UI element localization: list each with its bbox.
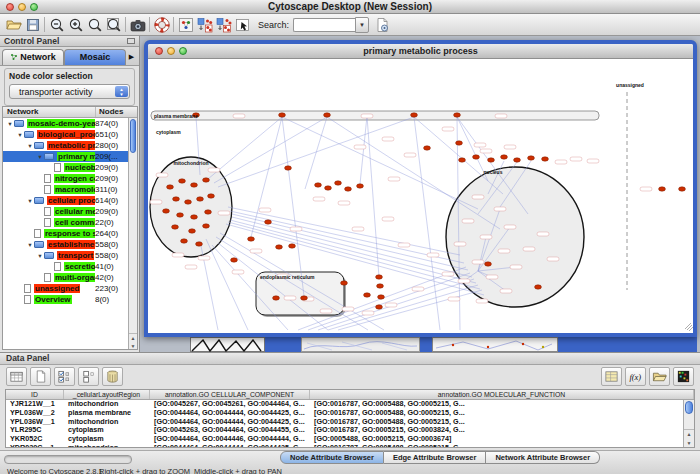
tab-edge-attribute-browser[interactable]: Edge Attribute Browser <box>384 451 486 464</box>
network-node[interactable] <box>325 186 332 190</box>
table-cell[interactable]: [GO:0044464, GO:0044444, GO:0044425, G..… <box>150 418 310 427</box>
table-cell[interactable]: [GO:0044464, GO:0044444, GO:0044425, G..… <box>150 444 310 447</box>
network-node[interactable] <box>335 181 342 185</box>
network-node[interactable] <box>289 244 296 248</box>
network-node[interactable] <box>424 146 431 150</box>
tree-row[interactable]: ▼metabolic process280(0) <box>3 140 128 151</box>
apply-layout-1-button[interactable] <box>195 15 214 34</box>
network-node[interactable] <box>459 158 466 162</box>
table-scrollbar[interactable]: ▲▼ <box>683 400 694 447</box>
zoom-selected-region-button[interactable] <box>85 15 104 34</box>
expand-arrow-icon[interactable]: ▼ <box>16 132 24 138</box>
expand-arrow-icon[interactable]: ▼ <box>6 121 14 127</box>
network-node[interactable] <box>411 113 418 117</box>
tree-row[interactable]: cell communicat22(0) <box>3 217 128 228</box>
expand-arrow-icon[interactable]: ▼ <box>26 143 34 149</box>
network-overview-button[interactable] <box>176 15 195 34</box>
table-cell[interactable]: [GO:0044464, GO:0044444, GO:0044425, G..… <box>150 409 310 418</box>
network-node[interactable] <box>542 157 549 161</box>
node-color-dropdown[interactable]: transporter activity ▲▼ <box>9 84 130 99</box>
network-node[interactable] <box>456 141 463 145</box>
network-node[interactable] <box>376 305 383 309</box>
expand-arrow-icon[interactable]: ▼ <box>26 198 34 204</box>
tree-row[interactable]: multi-organism pro42(0) <box>3 272 128 283</box>
network-node[interactable] <box>514 158 521 162</box>
table-cell[interactable]: YDR039C__1 <box>6 444 64 447</box>
region-mitochondrion[interactable] <box>150 157 232 257</box>
table-row[interactable]: YKR052Ccytoplasm[GO:0044464, GO:0044446,… <box>6 435 683 444</box>
network-node[interactable] <box>189 229 196 233</box>
column-visibility-button[interactable] <box>6 367 27 386</box>
network-node[interactable] <box>172 225 179 229</box>
zoom-in-button[interactable] <box>66 15 85 34</box>
search-dropdown-button[interactable]: ▼ <box>355 17 369 33</box>
network-window-titlebar[interactable]: primary metabolic process <box>148 44 693 59</box>
minimize-button[interactable] <box>18 3 26 11</box>
select-attributes-button[interactable] <box>54 367 75 386</box>
table-cell[interactable]: [GO:0016787, GO:0005215, GO:0003824, G..… <box>310 426 683 435</box>
table-scrollbar-thumb[interactable] <box>685 401 693 414</box>
network-node[interactable] <box>324 113 331 117</box>
table-cell[interactable]: [GO:0045267, GO:0045261, GO:0044464, G..… <box>150 400 310 409</box>
tree-row[interactable]: ▼biological_process651(0) <box>3 129 128 140</box>
background-window[interactable] <box>265 337 301 352</box>
region-nucleus[interactable] <box>446 167 584 307</box>
close-button[interactable] <box>6 3 14 11</box>
tree-row[interactable]: unassigned223(0) <box>3 283 128 294</box>
tree-row[interactable]: ▼primary metabolic209(... <box>3 151 128 162</box>
network-node[interactable] <box>285 166 292 170</box>
network-node[interactable] <box>191 215 198 219</box>
tree-row[interactable]: cellular metabol209(0) <box>3 206 128 217</box>
table-cell[interactable]: mitochondrion <box>64 444 150 447</box>
import-attributes-button[interactable] <box>649 367 670 386</box>
tree-column-nodes[interactable]: Nodes <box>96 107 137 117</box>
network-node[interactable] <box>177 213 184 217</box>
tree-scrollbar-arrows[interactable]: ▲▼ <box>129 333 137 349</box>
network-node[interactable] <box>535 285 542 289</box>
network-node[interactable] <box>185 200 192 204</box>
background-window[interactable] <box>558 337 697 352</box>
table-cell[interactable]: YJR121W__1 <box>6 400 64 409</box>
tab-node-attribute-browser[interactable]: Node Attribute Browser <box>280 451 384 464</box>
network-node[interactable] <box>357 184 364 188</box>
apply-layout-2-button[interactable] <box>214 15 233 34</box>
close-button[interactable] <box>155 47 163 55</box>
table-cell[interactable]: [GO:0044464, GO:0044446, GO:0044444, G..… <box>150 435 310 444</box>
take-snapshot-button[interactable] <box>128 15 147 34</box>
table-column-header[interactable]: ID <box>6 390 64 399</box>
zoom-fit-content-button[interactable] <box>104 15 123 34</box>
tab-network[interactable]: Network <box>2 49 64 65</box>
tree-row[interactable]: response to stimulu264(0) <box>3 228 128 239</box>
network-node[interactable] <box>528 156 535 160</box>
tree-row[interactable]: ▼cellular process614(0) <box>3 195 128 206</box>
table-column-header[interactable]: _cellularLayoutRegion <box>64 390 150 399</box>
network-node[interactable] <box>279 113 286 117</box>
open-session-button[interactable] <box>4 15 23 34</box>
background-window[interactable] <box>190 337 265 352</box>
table-cell[interactable]: [GO:0005488, GO:0005215, GO:0003674] <box>310 435 683 444</box>
network-node[interactable] <box>315 183 322 187</box>
network-node[interactable] <box>376 275 383 279</box>
network-node[interactable] <box>203 178 210 182</box>
tab-overflow-arrow[interactable]: ▶ <box>126 49 137 65</box>
network-view-window[interactable]: primary metabolic process plasma membran… <box>144 40 697 337</box>
tree-row[interactable]: Overview8(0) <box>3 294 128 305</box>
network-node[interactable] <box>276 245 283 249</box>
create-attribute-button[interactable] <box>30 367 51 386</box>
table-cell[interactable]: YPL036W__1 <box>6 418 64 427</box>
network-node[interactable] <box>378 295 385 299</box>
table-row[interactable]: YLR295Ccytoplasm[GO:0045263, GO:0044464,… <box>6 426 683 435</box>
zoom-button[interactable] <box>30 3 38 11</box>
tree-row[interactable]: ▼transport558(0) <box>3 250 128 261</box>
network-node[interactable] <box>197 197 204 201</box>
network-node[interactable] <box>485 262 492 266</box>
network-node[interactable] <box>454 113 461 117</box>
search-input[interactable] <box>293 18 355 32</box>
tree-row[interactable]: macromolecule311(0) <box>3 184 128 195</box>
network-node[interactable] <box>473 155 480 159</box>
zoom-out-button[interactable] <box>47 15 66 34</box>
network-node[interactable] <box>203 224 210 228</box>
table-cell[interactable]: cytoplasm <box>64 426 150 435</box>
tab-mosaic[interactable]: Mosaic <box>64 49 126 65</box>
table-column-header[interactable]: annotation.GO MOLECULAR_FUNCTION <box>310 390 694 399</box>
